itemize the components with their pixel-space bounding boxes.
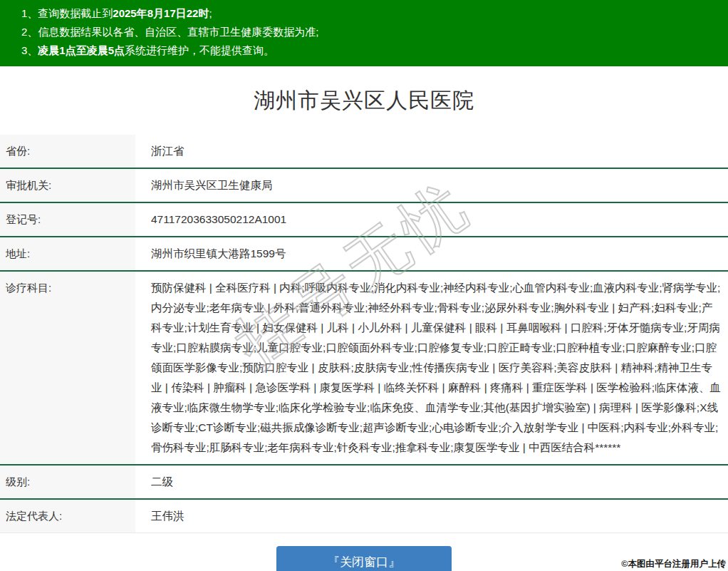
notice-number: 2、 <box>21 26 38 38</box>
notice-line-2: 2、信息数据结果以各省、自治区、直辖市卫生健康委数据为准; <box>21 23 721 41</box>
close-window-button[interactable]: 『关闭窗口』 <box>276 546 452 571</box>
upload-credit-note: ©本图由平台注册用户上传 <box>621 558 726 570</box>
notice-number: 3、 <box>21 44 38 56</box>
table-row-province: 省份: 浙江省 <box>0 135 728 168</box>
table-row-departments: 诊疗科目: 预防保健科 | 全科医疗科 | 内科;呼吸内科专业;消化内科专业;神… <box>0 270 728 464</box>
row-value: 湖州市吴兴区卫生健康局 <box>135 169 728 202</box>
row-label: 省份: <box>0 135 135 168</box>
table-row-registration-number: 登记号: 47117203633050212A1001 <box>0 202 728 236</box>
button-row: 『关闭窗口』 <box>0 546 728 571</box>
row-value: 浙江省 <box>135 135 728 168</box>
notice-banner: 1、查询数据截止到2025年8月17日22时; 2、信息数据结果以各省、自治区、… <box>0 0 728 66</box>
row-label: 诊疗科目: <box>0 272 135 464</box>
hospital-info-table: 省份: 浙江省 审批机关: 湖州市吴兴区卫生健康局 登记号: 471172036… <box>0 135 728 533</box>
notice-line-3: 3、凌晨1点至凌晨5点系统进行维护，不能提供查询。 <box>21 41 721 60</box>
row-value: 湖州市织里镇大港路1599号 <box>135 237 728 270</box>
row-value: 预防保健科 | 全科医疗科 | 内科;呼吸内科专业;消化内科专业;神经内科专业;… <box>135 272 728 464</box>
row-label: 法定代表人: <box>0 500 135 533</box>
table-row-approval-authority: 审批机关: 湖州市吴兴区卫生健康局 <box>0 168 728 202</box>
table-row-address: 地址: 湖州市织里镇大港路1599号 <box>0 236 728 270</box>
row-label: 级别: <box>0 465 135 498</box>
row-label: 地址: <box>0 237 135 270</box>
row-value: 二级 <box>135 465 728 498</box>
table-row-legal-representative: 法定代表人: 王伟洪 <box>0 498 728 533</box>
notice-number: 1、 <box>21 7 38 19</box>
notice-line-1: 1、查询数据截止到2025年8月17日22时; <box>21 4 721 23</box>
row-label: 审批机关: <box>0 169 135 202</box>
table-row-level: 级别: 二级 <box>0 464 728 498</box>
row-label: 登记号: <box>0 203 135 236</box>
hospital-title: 湖州市吴兴区人民医院 <box>0 66 728 135</box>
row-value: 王伟洪 <box>135 500 728 533</box>
row-value: 47117203633050212A1001 <box>135 203 728 236</box>
